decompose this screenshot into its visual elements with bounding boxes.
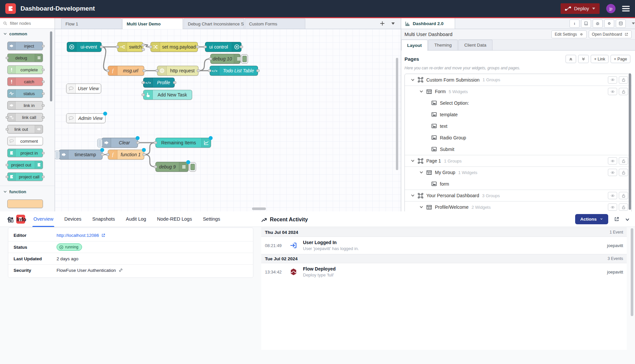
flow-tab-custom-forms[interactable]: Custom Forms bbox=[245, 18, 305, 29]
visibility-button[interactable] bbox=[608, 157, 617, 164]
node-input-port[interactable] bbox=[142, 81, 145, 84]
node-input-port[interactable] bbox=[6, 116, 9, 119]
flow-list-caret-icon[interactable] bbox=[391, 22, 395, 25]
wire[interactable] bbox=[144, 155, 155, 167]
palette-node-partial[interactable] bbox=[7, 200, 43, 208]
flow-tab-debug-chart-inconsistence-s[interactable]: Debug Chart Inconsistence S bbox=[184, 18, 244, 29]
node-input-port[interactable] bbox=[149, 46, 152, 48]
tree-row-text[interactable]: text bbox=[405, 120, 631, 132]
flow-node-timestamp[interactable]: timestamp bbox=[59, 150, 103, 160]
chevron-down-icon[interactable] bbox=[411, 194, 415, 198]
sidebar-scrollbar[interactable] bbox=[629, 73, 631, 210]
node-output-port[interactable] bbox=[136, 141, 140, 144]
info-button[interactable]: i bbox=[570, 19, 579, 28]
tree-row-submit[interactable]: Submit bbox=[405, 143, 631, 155]
visibility-button[interactable] bbox=[608, 76, 617, 84]
chevron-down-icon[interactable] bbox=[411, 78, 415, 82]
node-output-port[interactable] bbox=[42, 69, 45, 71]
flow-node-function-1[interactable]: ffunction 1 bbox=[108, 150, 144, 160]
flow-node-ui-control[interactable]: ui control bbox=[205, 42, 241, 52]
palette-node-catch[interactable]: catch bbox=[7, 77, 43, 86]
canvas-vertical-scrollbar[interactable] bbox=[396, 58, 398, 170]
chain-icon[interactable] bbox=[118, 268, 123, 273]
node-input-port[interactable] bbox=[106, 153, 109, 156]
chevron-down-icon[interactable] bbox=[419, 205, 423, 209]
edit-settings-button[interactable]: Edit Settings bbox=[551, 30, 586, 38]
flow-tab-multi-user-demo[interactable]: Multi User Demo bbox=[122, 18, 183, 29]
node-input-port[interactable] bbox=[6, 176, 9, 178]
flow-node-debug-9[interactable]: debug 9 bbox=[155, 162, 189, 172]
deploy-button[interactable]: Deploy bbox=[561, 3, 600, 14]
palette-scrollbar[interactable] bbox=[50, 31, 52, 101]
lock-button[interactable] bbox=[619, 203, 628, 211]
node-output-port[interactable] bbox=[173, 81, 176, 84]
dashboard-tab-theming[interactable]: Theming bbox=[428, 40, 458, 50]
node-input-port[interactable] bbox=[6, 164, 9, 166]
node-input-port[interactable] bbox=[106, 69, 109, 72]
node-input-port[interactable] bbox=[209, 57, 212, 60]
layers-button[interactable] bbox=[616, 19, 626, 28]
palette-node-link-in[interactable]: link in bbox=[7, 101, 43, 110]
lock-button[interactable] bbox=[619, 169, 628, 176]
dashboard-tab-layout[interactable]: Layout bbox=[401, 40, 428, 51]
palette-category-function[interactable]: function bbox=[0, 186, 55, 196]
palette-node-inject[interactable]: inject bbox=[7, 42, 43, 50]
palette-node-project-in[interactable]: project in bbox=[7, 149, 43, 157]
gear-button[interactable] bbox=[604, 19, 614, 28]
palette-node-link-call[interactable]: link call bbox=[7, 113, 43, 122]
wire[interactable] bbox=[198, 59, 210, 71]
debug-toggle-button[interactable] bbox=[241, 54, 248, 64]
node-output-port[interactable] bbox=[240, 46, 243, 48]
activity-event-row[interactable]: 08:21:49User Logged InUser 'joepavitt' h… bbox=[261, 237, 627, 254]
node-output-port[interactable] bbox=[142, 48, 145, 51]
node-input-port[interactable] bbox=[203, 46, 207, 48]
flow-node-todo-list-table[interactable]: </>Todo List Table bbox=[210, 66, 258, 76]
tree-row-profile-welcome[interactable]: Profile/Welcome2 Widgets bbox=[405, 201, 631, 211]
collapse-all-button[interactable] bbox=[566, 55, 576, 63]
node-output-port[interactable] bbox=[101, 153, 104, 156]
tree-row-your-personal-dashboard[interactable]: Your Personal Dashboard3 Groups bbox=[405, 190, 631, 201]
inject-button[interactable] bbox=[97, 139, 103, 147]
user-avatar[interactable]: jp bbox=[606, 4, 615, 13]
chevron-down-icon[interactable] bbox=[419, 170, 423, 174]
node-output-port[interactable] bbox=[142, 44, 145, 46]
flow-node-ui-event[interactable]: ui-event bbox=[67, 42, 102, 52]
node-input-port[interactable] bbox=[154, 165, 157, 168]
expand-all-button[interactable] bbox=[578, 55, 589, 63]
visibility-button[interactable] bbox=[608, 169, 617, 176]
tree-row-page-1[interactable]: Page 11 Groups bbox=[405, 155, 631, 166]
editor-link[interactable]: http://localhost:12086 bbox=[57, 233, 106, 238]
flow-canvas[interactable]: ui-eventswitchset msg.payloadui controld… bbox=[55, 29, 401, 211]
activity-event-row[interactable]: 13:34:42Flow DeployedDeploy type 'full'j… bbox=[261, 263, 627, 280]
add-link-button[interactable]: + Link bbox=[591, 55, 609, 63]
bottom-panel-scrollbar[interactable] bbox=[631, 228, 633, 316]
flow-node-msg-url[interactable]: fmsg.url bbox=[108, 66, 144, 76]
node-input-port[interactable] bbox=[208, 69, 211, 72]
tree-row-template[interactable]: template bbox=[405, 109, 631, 120]
add-flow-icon[interactable] bbox=[380, 21, 385, 26]
palette-node-project-out[interactable]: project out bbox=[7, 161, 43, 169]
tree-row-form[interactable]: Form5 Widgets bbox=[405, 86, 631, 97]
open-dashboard-button[interactable]: Open Dashboard bbox=[589, 30, 632, 38]
flow-node-debug-10[interactable]: debug 10 bbox=[210, 54, 240, 64]
palette-search-input[interactable] bbox=[9, 20, 52, 26]
visibility-button[interactable] bbox=[608, 88, 617, 95]
flow-node-profile[interactable]: </>Profile bbox=[143, 78, 175, 88]
visibility-button[interactable] bbox=[608, 203, 617, 211]
palette-node-complete[interactable]: complete bbox=[7, 65, 43, 74]
inject-button[interactable] bbox=[55, 151, 60, 159]
node-input-port[interactable] bbox=[142, 93, 145, 96]
dashboard-tab-client-data[interactable]: Client Data bbox=[458, 40, 492, 50]
node-input-port[interactable] bbox=[116, 46, 119, 48]
tree-row-form[interactable]: form bbox=[405, 178, 631, 190]
lock-button[interactable] bbox=[619, 192, 628, 199]
flow-tab-flow-1[interactable]: Flow 1 bbox=[61, 18, 122, 29]
tree-row-my-group[interactable]: My Group1 Widgets bbox=[405, 166, 631, 178]
node-output-port[interactable] bbox=[143, 153, 146, 156]
tree-row-radio-group[interactable]: Radio Group bbox=[405, 132, 631, 143]
node-input-port[interactable] bbox=[154, 141, 157, 144]
flow-node-switch[interactable]: switch bbox=[117, 42, 143, 52]
debug-toggle-button[interactable] bbox=[189, 162, 196, 172]
flow-node-admin-view[interactable]: Admin View bbox=[66, 113, 106, 123]
node-input-port[interactable] bbox=[155, 69, 159, 72]
